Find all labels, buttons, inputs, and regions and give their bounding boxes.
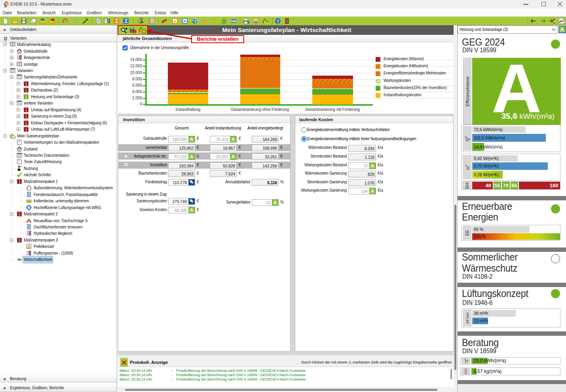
svg-text:?: ? <box>277 19 279 24</box>
svg-text:A: A <box>174 19 177 23</box>
svg-text:KfW: KfW <box>232 20 237 23</box>
svg-text:P: P <box>184 19 186 23</box>
